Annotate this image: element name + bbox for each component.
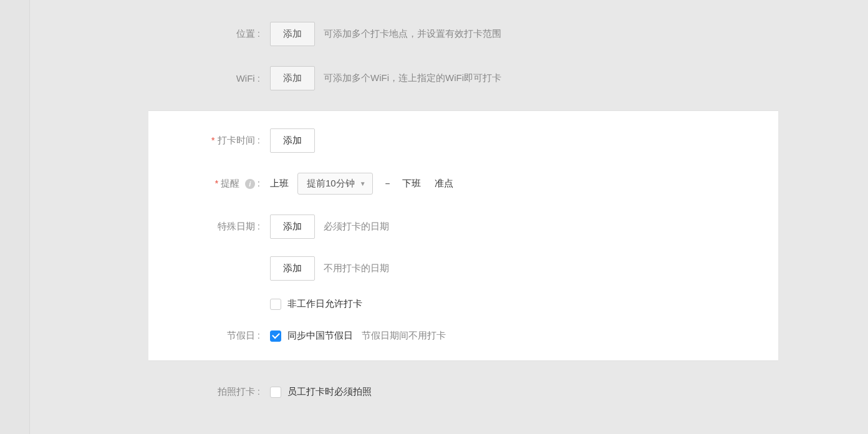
chevron-down-icon: ▼: [360, 180, 366, 187]
label-clock-time: 打卡时间 :: [148, 135, 270, 147]
holiday-sync-checkbox[interactable]: [270, 330, 281, 342]
label-reminder-colon: :: [258, 178, 260, 188]
value-clock-time: 添加: [270, 128, 778, 153]
value-special-date-not: 添加 不用打卡的日期: [270, 256, 778, 281]
add-not-date-button[interactable]: 添加: [270, 256, 315, 281]
holiday-check-wrap[interactable]: 同步中国节假日: [270, 330, 353, 342]
row-non-workday: 非工作日允许打卡: [148, 298, 778, 310]
label-holiday: 节假日 :: [148, 330, 270, 342]
non-workday-check-wrap[interactable]: 非工作日允许打卡: [270, 298, 362, 310]
hint-must-date: 必须打卡的日期: [324, 221, 389, 233]
row-wifi: WiFi : 添加 可添加多个WiFi，连上指定的WiFi即可打卡: [148, 66, 778, 90]
row-clock-time: 打卡时间 : 添加: [148, 128, 778, 153]
page-container: 位置 : 添加 可添加多个打卡地点，并设置有效打卡范围 WiFi : 添加 可添…: [0, 0, 868, 434]
value-non-workday: 非工作日允许打卡: [270, 298, 778, 310]
row-special-date-must: 特殊日期 : 添加 必须打卡的日期: [148, 215, 778, 239]
holiday-sync-label: 同步中国节假日: [287, 330, 353, 342]
info-icon[interactable]: i: [245, 179, 255, 189]
photo-required-label: 员工打卡时必须拍照: [287, 386, 372, 398]
separator-dash: －: [382, 178, 393, 190]
sidebar-edge: [0, 0, 30, 434]
reminder-select[interactable]: 提前10分钟 ▼: [297, 173, 373, 195]
card-schedule: 打卡时间 : 添加 提醒 i : 上班 提前10分钟 ▼: [148, 111, 778, 360]
hint-not-date: 不用打卡的日期: [324, 263, 389, 274]
add-clock-time-button[interactable]: 添加: [270, 128, 315, 153]
text-after-work: 下班: [402, 178, 421, 190]
value-wifi: 添加 可添加多个WiFi，连上指定的WiFi即可打卡: [270, 66, 778, 90]
value-photo: 员工打卡时必须拍照: [270, 386, 778, 398]
non-workday-checkbox[interactable]: [270, 299, 281, 310]
row-holiday: 节假日 : 同步中国节假日 节假日期间不用打卡: [148, 330, 778, 342]
photo-check-wrap[interactable]: 员工打卡时必须拍照: [270, 386, 372, 398]
form-content: 位置 : 添加 可添加多个打卡地点，并设置有效打卡范围 WiFi : 添加 可添…: [148, 0, 778, 398]
hint-location: 可添加多个打卡地点，并设置有效打卡范围: [324, 28, 501, 40]
value-special-date-must: 添加 必须打卡的日期: [270, 215, 778, 239]
add-location-button[interactable]: 添加: [270, 22, 315, 46]
add-must-date-button[interactable]: 添加: [270, 215, 315, 239]
non-workday-label: 非工作日允许打卡: [287, 298, 362, 310]
value-location: 添加 可添加多个打卡地点，并设置有效打卡范围: [270, 22, 778, 46]
hint-holiday: 节假日期间不用打卡: [362, 330, 446, 342]
row-reminder: 提醒 i : 上班 提前10分钟 ▼ － 下班 准点: [148, 173, 778, 195]
reminder-select-value: 提前10分钟: [307, 178, 355, 190]
text-on-time: 准点: [435, 178, 453, 190]
label-wifi: WiFi :: [148, 73, 270, 84]
label-location: 位置 :: [148, 28, 270, 40]
value-holiday: 同步中国节假日 节假日期间不用打卡: [270, 330, 778, 342]
label-reminder: 提醒: [215, 178, 239, 188]
label-photo: 拍照打卡 :: [148, 386, 270, 398]
row-photo: 拍照打卡 : 员工打卡时必须拍照: [148, 361, 778, 398]
row-location: 位置 : 添加 可添加多个打卡地点，并设置有效打卡范围: [148, 22, 778, 46]
add-wifi-button[interactable]: 添加: [270, 66, 315, 90]
text-before-work: 上班: [270, 178, 289, 190]
photo-required-checkbox[interactable]: [270, 387, 281, 398]
label-reminder-wrap: 提醒 i :: [148, 178, 270, 190]
row-special-date-not: 添加 不用打卡的日期: [148, 256, 778, 281]
hint-wifi: 可添加多个WiFi，连上指定的WiFi即可打卡: [324, 72, 501, 84]
value-reminder: 上班 提前10分钟 ▼ － 下班 准点: [270, 173, 778, 195]
label-special-date: 特殊日期 :: [148, 221, 270, 233]
